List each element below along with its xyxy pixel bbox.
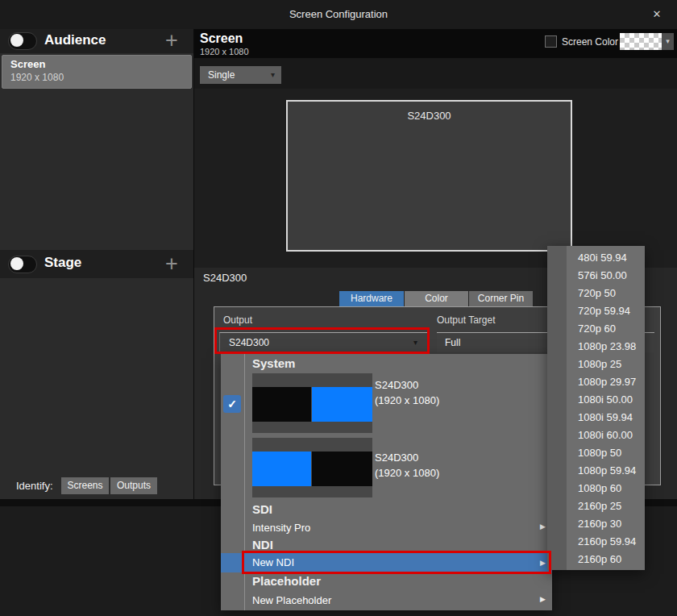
menu-header-sdi: SDI [252, 502, 272, 516]
format-option[interactable]: 1080p 60 [578, 480, 642, 497]
audience-header: Audience + [0, 29, 193, 53]
screen-item-name: Screen [10, 58, 45, 70]
display-thumbnail[interactable] [252, 438, 372, 497]
audience-toggle[interactable] [8, 32, 37, 50]
format-option[interactable]: 576i 50.00 [578, 267, 642, 285]
format-option[interactable]: 480i 59.94 [578, 249, 642, 267]
preview-screen-name: S24D300 [288, 110, 571, 122]
output-value: S24D300 [229, 333, 269, 352]
identify-outputs-button[interactable]: Outputs [110, 477, 157, 494]
chevron-down-icon: ▾ [413, 333, 417, 352]
check-icon: ✓ [223, 395, 241, 413]
screen-preview[interactable]: S24D300 [286, 100, 572, 252]
format-option[interactable]: 1080p 29.97 [578, 373, 642, 391]
output-target-label: Output Target [437, 314, 496, 326]
screen-color-dropdown-icon[interactable]: ▾ [662, 33, 674, 50]
menu-item-system-2-resolution: (1920 x 1080) [375, 467, 439, 479]
output-section-title: S24D300 [203, 272, 247, 284]
format-option[interactable]: 1080p 25 [578, 356, 642, 373]
submenu-arrow-icon: ▶ [540, 595, 546, 603]
title-bar: Screen Configuration ✕ [0, 0, 677, 29]
sidebar: Audience + Screen 1920 x 1080 Stage + Id… [0, 29, 193, 500]
tab-color[interactable]: Color [405, 291, 468, 306]
menu-item-system-2-name[interactable]: S24D300 [375, 452, 418, 464]
output-menu: System ✓ S24D300 (1920 x 1080) S24D300 (… [221, 354, 552, 610]
menu-item-intensity-pro[interactable]: Intensity Pro [252, 522, 310, 534]
identify-label: Identify: [16, 480, 53, 492]
screen-color-swatch[interactable] [620, 33, 662, 50]
submenu-arrow-icon: ▶ [540, 559, 546, 567]
page-resolution: 1920 x 1080 [200, 47, 249, 56]
thumb-screen-right [312, 387, 372, 422]
stage-header: Stage + [0, 250, 193, 278]
toggle-knob [10, 34, 23, 47]
menu-item-new-ndi[interactable]: New NDI ▶ [221, 553, 552, 572]
toggle-knob [10, 257, 23, 270]
format-option[interactable]: 1080p 59.94 [578, 462, 642, 480]
menu-item-system-1-resolution: (1920 x 1080) [375, 394, 439, 406]
sidebar-item-screen[interactable]: Screen 1920 x 1080 [2, 55, 192, 89]
display-thumbnail[interactable] [252, 373, 372, 433]
menu-header-system: System [252, 356, 295, 370]
audience-label: Audience [44, 32, 106, 48]
dialog-title: Screen Configuration [0, 0, 677, 29]
output-target-value: Full [445, 333, 460, 352]
submenu-gutter [547, 246, 567, 570]
arrangement-dropdown[interactable]: Single ▾ [200, 66, 281, 84]
format-option[interactable]: 1080p 23.98 [578, 338, 642, 356]
stage-toggle[interactable] [8, 256, 37, 273]
screen-item-resolution: 1920 x 1080 [10, 72, 64, 83]
format-option[interactable]: 720p 60 [578, 320, 642, 338]
format-option[interactable]: 720p 50 [578, 285, 642, 302]
format-option[interactable]: 1080i 59.94 [578, 409, 642, 427]
format-option[interactable]: 2160p 60 [578, 551, 642, 568]
close-icon[interactable]: ✕ [646, 5, 667, 24]
thumb-screen-right [312, 452, 372, 486]
screen-color-checkbox[interactable] [545, 35, 557, 48]
format-option[interactable]: 2160p 30 [578, 515, 642, 533]
tab-corner-pin[interactable]: Corner Pin [469, 291, 533, 306]
add-stage-screen-icon[interactable]: + [165, 253, 178, 274]
format-submenu: 480i 59.94 576i 50.00 720p 50 720p 59.94… [547, 246, 645, 570]
format-option[interactable]: 720p 59.94 [578, 302, 642, 320]
screen-configuration-dialog: Screen Configuration ✕ Audience + Screen… [0, 0, 677, 616]
thumb-screen-left [252, 452, 311, 486]
format-option[interactable]: 2160p 59.94 [578, 533, 642, 551]
format-option[interactable]: 2160p 25 [578, 497, 642, 515]
format-option[interactable]: 1080i 50.00 [578, 391, 642, 409]
thumb-screen-left [252, 387, 311, 422]
identify-screens-button[interactable]: Screens [61, 477, 109, 494]
format-option[interactable]: 1080p 50 [578, 444, 642, 462]
arrangement-value: Single [208, 66, 235, 84]
screen-color-label: Screen Color [562, 36, 618, 48]
chevron-down-icon: ▾ [271, 66, 275, 84]
format-option[interactable]: 1080i 60.00 [578, 427, 642, 444]
menu-item-new-ndi-label: New NDI [252, 556, 294, 568]
menu-header-ndi: NDI [252, 538, 273, 551]
stage-label: Stage [44, 255, 81, 271]
output-label: Output [223, 314, 252, 326]
menu-item-new-placeholder[interactable]: New Placeholder [252, 594, 331, 606]
submenu-arrow-icon: ▶ [540, 522, 546, 531]
output-dropdown[interactable]: S24D300 ▾ [219, 332, 428, 352]
tab-hardware[interactable]: Hardware [339, 291, 404, 306]
page-title: Screen [200, 31, 243, 46]
add-audience-screen-icon[interactable]: + [165, 30, 178, 51]
menu-item-system-1-name[interactable]: S24D300 [375, 379, 418, 391]
menu-header-placeholder: Placeholder [252, 574, 321, 588]
